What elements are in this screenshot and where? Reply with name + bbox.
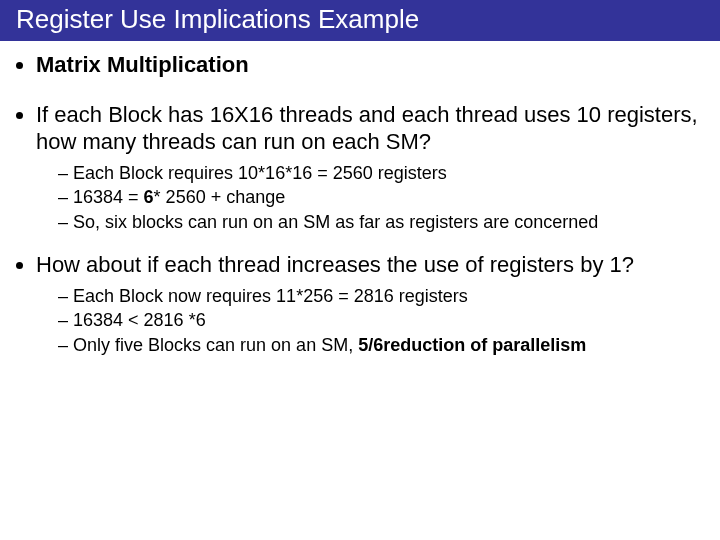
sub-1-3: So, six blocks can run on an SM as far a… [58, 211, 700, 234]
sub-2-3-c: reduction of parallelism [383, 335, 586, 355]
sub-1-2-c: * 2560 + change [154, 187, 286, 207]
sub-2-3: Only five Blocks can run on an SM, 5/6re… [58, 334, 700, 357]
sub-1-2-a: 16384 = [73, 187, 144, 207]
bullet-question-1: If each Block has 16X16 threads and each… [36, 101, 700, 234]
bullet-question-2-text: How about if each thread increases the u… [36, 252, 634, 277]
bullet-matrix-mult: Matrix Multiplication [36, 51, 700, 79]
sub-2-1: Each Block now requires 11*256 = 2816 re… [58, 285, 700, 308]
sub-1-2-b: 6 [144, 187, 154, 207]
bullet-question-2: How about if each thread increases the u… [36, 251, 700, 356]
sub-2-3-b: 5/6 [358, 335, 383, 355]
sub-1-2: 16384 = 6* 2560 + change [58, 186, 700, 209]
slide-title: Register Use Implications Example [0, 0, 720, 41]
slide: Register Use Implications Example Matrix… [0, 0, 720, 540]
sub-1-1: Each Block requires 10*16*16 = 2560 regi… [58, 162, 700, 185]
sub-2-3-a: Only five Blocks can run on an SM, [73, 335, 358, 355]
sublist-1: Each Block requires 10*16*16 = 2560 regi… [36, 162, 700, 234]
bullet-list: Matrix Multiplication If each Block has … [0, 51, 720, 356]
bullet-question-1-text: If each Block has 16X16 threads and each… [36, 102, 698, 155]
sub-2-2: 16384 < 2816 *6 [58, 309, 700, 332]
sublist-2: Each Block now requires 11*256 = 2816 re… [36, 285, 700, 357]
